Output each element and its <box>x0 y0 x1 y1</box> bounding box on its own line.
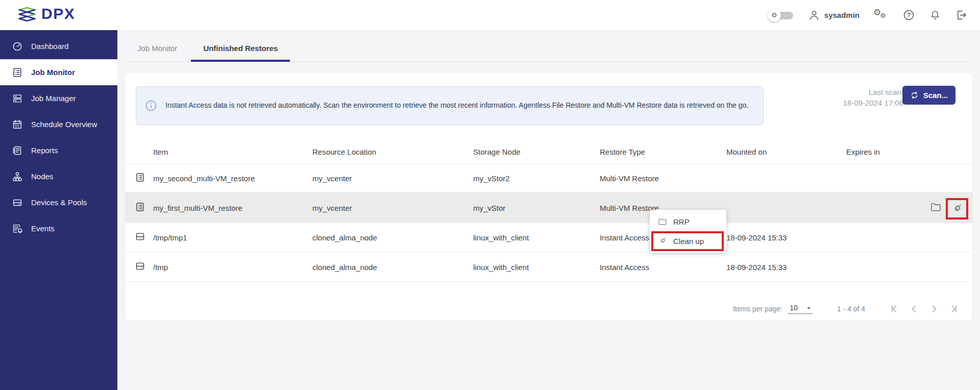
folder-icon <box>929 201 942 213</box>
sidebar-item-nodes[interactable]: Nodes <box>0 163 117 189</box>
tab-unfinished-restores[interactable]: Unfinished Restores <box>191 44 290 62</box>
event-bell-icon <box>12 223 23 234</box>
cell-resource-location: cloned_alma_node <box>312 262 377 271</box>
last-scan-info: Last scan: 18-09-2024 17:06 <box>843 87 903 108</box>
items-per-page-select[interactable]: 10 <box>788 304 813 314</box>
broom-icon <box>950 202 964 215</box>
unfinished-restores-panel: Instant Access data is not retrieved aut… <box>125 73 972 321</box>
table-row[interactable]: /tmp cloned_alma_node linux_with_client … <box>125 252 972 282</box>
table-row[interactable]: my_second_multi-VM_restore my_vcenter my… <box>125 164 972 192</box>
nodes-tree-icon <box>12 171 23 182</box>
sidebar-item-schedule-overview[interactable]: Schedule Overview <box>0 111 117 137</box>
info-icon <box>144 99 158 112</box>
list-icon <box>135 202 145 212</box>
cell-resource-location: my_vcenter <box>312 174 352 183</box>
notifications-button[interactable] <box>929 9 941 21</box>
tab-bar: Job Monitor Unfinished Restores <box>125 30 972 62</box>
info-banner: Instant Access data is not retrieved aut… <box>136 86 764 125</box>
gauge-icon <box>12 41 23 52</box>
refresh-icon <box>910 91 919 100</box>
last-page-icon <box>948 303 960 314</box>
sidebar-item-job-manager[interactable]: Job Manager <box>0 85 117 111</box>
clean-up-action-annotated[interactable] <box>946 198 968 220</box>
hard-drive-icon <box>12 197 23 208</box>
logout-icon <box>955 9 968 21</box>
cell-item: my_second_multi-VM_restore <box>153 174 255 183</box>
context-menu-label: Clean up <box>673 237 704 246</box>
cell-restore-type: Multi-VM Restore <box>600 174 659 183</box>
system-settings-button[interactable]: ⚙ ⚙ <box>873 9 889 22</box>
col-mounted-on: Mounted on <box>726 148 767 156</box>
cell-storage-node: my_vStor2 <box>473 174 510 183</box>
row-context-menu: RRP Clean up <box>650 210 726 253</box>
logo-text: DPX <box>41 6 75 21</box>
cell-resource-location: my_vcenter <box>312 203 352 212</box>
prev-page-button[interactable] <box>909 303 920 314</box>
last-page-button[interactable] <box>948 303 960 314</box>
sidebar-item-label: Events <box>31 224 55 233</box>
caret-down-icon <box>806 305 812 311</box>
user-menu[interactable]: sysadmin <box>808 9 860 21</box>
cell-resource-location: cloned_alma_node <box>312 233 377 242</box>
cell-mounted-on: 18-09-2024 15:33 <box>726 262 787 271</box>
last-scan-time: 18-09-2024 17:06 <box>843 98 903 108</box>
table-row-selected[interactable]: my_first_multi-VM_restore my_vcenter my_… <box>125 192 972 223</box>
help-button[interactable]: ? <box>902 9 915 21</box>
next-page-button[interactable] <box>928 303 940 314</box>
sidebar: Dashboard Job Monitor Job Manager Sche <box>0 30 117 390</box>
first-page-button[interactable] <box>889 303 900 314</box>
bell-icon <box>929 9 941 21</box>
cell-item: /tmp <box>153 262 168 271</box>
cell-item: /tmp/tmp1 <box>153 233 187 242</box>
dpx-logo-icon <box>17 7 37 21</box>
cell-restore-type: Instant Access <box>600 233 649 242</box>
chevron-right-icon <box>928 303 940 314</box>
sidebar-item-label: Reports <box>31 146 58 155</box>
table-body: my_second_multi-VM_restore my_vcenter my… <box>125 164 972 282</box>
rrp-action-button[interactable] <box>929 201 942 215</box>
items-per-page-label: Items per page: <box>733 305 782 313</box>
context-menu-item-clean-up[interactable]: Clean up <box>650 231 726 251</box>
cell-mounted-on: 18-09-2024 15:33 <box>726 233 787 242</box>
first-page-icon <box>889 303 900 314</box>
user-icon <box>808 9 820 21</box>
table-row[interactable]: /tmp/tmp1 cloned_alma_node linux_with_cl… <box>125 223 972 252</box>
sidebar-item-label: Devices & Pools <box>31 198 87 207</box>
pagination-range: 1 - 4 of 4 <box>837 305 865 313</box>
list-icon <box>12 67 23 78</box>
sidebar-item-label: Job Monitor <box>31 68 75 77</box>
sidebar-item-label: Dashboard <box>31 42 68 51</box>
last-scan-label: Last scan: <box>843 87 903 98</box>
cell-item: my_first_multi-VM_restore <box>153 203 242 212</box>
folder-icon <box>657 216 668 227</box>
cell-storage-node: linux_with_client <box>473 233 529 242</box>
sidebar-item-devices-pools[interactable]: Devices & Pools <box>0 189 117 215</box>
sidebar-item-label: Job Manager <box>31 94 76 103</box>
settings-toggle[interactable]: ⚙ <box>768 9 794 22</box>
help-icon: ? <box>902 9 915 21</box>
disk-icon <box>135 261 145 272</box>
banner-text: Instant Access data is not retrieved aut… <box>165 100 748 111</box>
col-resource-location: Resource Location <box>312 148 376 156</box>
dpx-logo: DPX <box>17 6 75 21</box>
cell-storage-node: linux_with_client <box>473 262 529 271</box>
table-header: Item Resource Location Storage Node Rest… <box>125 139 972 164</box>
username-label: sysadmin <box>824 11 860 19</box>
context-menu-item-rrp[interactable]: RRP <box>650 212 726 231</box>
sidebar-item-events[interactable]: Events <box>0 215 117 241</box>
tab-job-monitor[interactable]: Job Monitor <box>137 44 177 62</box>
gear-icon: ⚙ <box>768 9 781 22</box>
context-menu-label: RRP <box>673 217 690 226</box>
sidebar-item-reports[interactable]: Reports <box>0 137 117 163</box>
scan-button[interactable]: Scan... <box>902 86 955 105</box>
calendar-icon <box>12 119 23 130</box>
logout-button[interactable] <box>955 9 968 21</box>
svg-text:?: ? <box>907 12 911 19</box>
sidebar-item-job-monitor[interactable]: Job Monitor <box>0 59 117 85</box>
sidebar-item-label: Nodes <box>31 172 53 181</box>
cell-storage-node: my_vStor <box>473 203 505 212</box>
disk-icon <box>135 231 145 242</box>
cell-restore-type: Instant Access <box>600 262 649 271</box>
sidebar-item-dashboard[interactable]: Dashboard <box>0 33 117 59</box>
top-bar: DPX ⚙ sysadmin ⚙ ⚙ ? <box>0 0 980 30</box>
